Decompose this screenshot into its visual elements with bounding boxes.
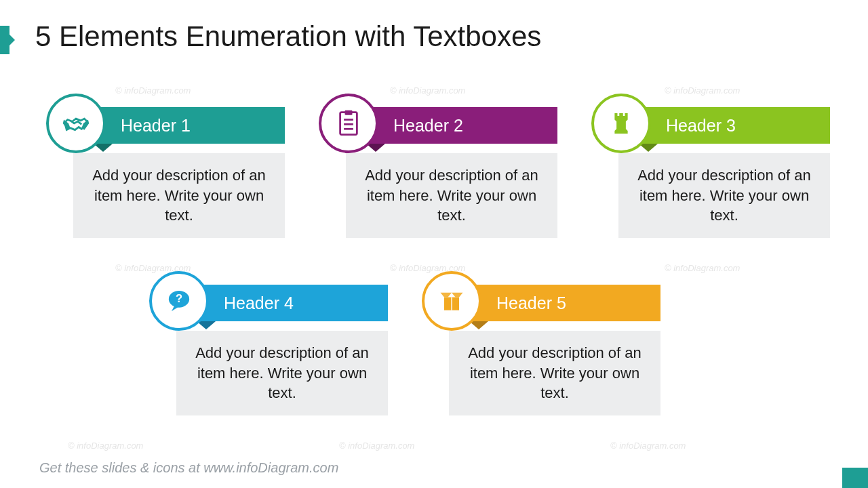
card-header-label: Header 2 [393,116,463,136]
card-header-label: Header 3 [666,116,736,136]
card-row-top: Header 1 Add your description of an item… [46,107,830,238]
watermark: © infoDiagram.com [390,85,465,96]
card-header-label: Header 1 [121,116,191,136]
card-1: Header 1 Add your description of an item… [46,107,285,238]
card-3: Header 3 Add your description of an item… [591,107,830,238]
card-header-label: Header 4 [224,293,294,313]
clipboard-icon [319,94,378,153]
footer-text: Get these slides & icons at www.infoDiag… [39,460,338,476]
card-body-1: Add your description of an item here. Wr… [73,153,285,238]
speech-bubble-icon: ? [149,271,209,331]
card-header-label: Header 5 [496,293,566,313]
card-4: ? Header 4 Add your description of an it… [149,285,388,415]
svg-text:?: ? [176,292,182,304]
card-body-4: Add your description of an item here. Wr… [176,331,388,415]
svg-rect-1 [345,110,353,115]
card-row-bottom: ? Header 4 Add your description of an it… [149,285,660,415]
card-body-2: Add your description of an item here. Wr… [346,153,557,238]
watermark: © infoDiagram.com [115,85,191,96]
watermark: © infoDiagram.com [665,85,740,96]
watermark: © infoDiagram.com [68,441,143,451]
handshake-icon [46,94,106,153]
watermark: © infoDiagram.com [339,441,414,451]
corner-accent [842,468,868,488]
card-2: Header 2 Add your description of an item… [319,107,557,238]
side-accent [0,26,9,54]
card-5: Header 5 Add your description of an item… [422,285,660,415]
card-body-5: Add your description of an item here. Wr… [449,331,660,415]
card-body-3: Add your description of an item here. Wr… [618,153,830,238]
slide-title: 5 Elements Enumeration with Textboxes [35,20,541,53]
chess-rook-icon [591,94,651,153]
watermark: © infoDiagram.com [665,263,740,273]
open-box-icon [422,271,481,331]
watermark: © infoDiagram.com [610,441,686,451]
